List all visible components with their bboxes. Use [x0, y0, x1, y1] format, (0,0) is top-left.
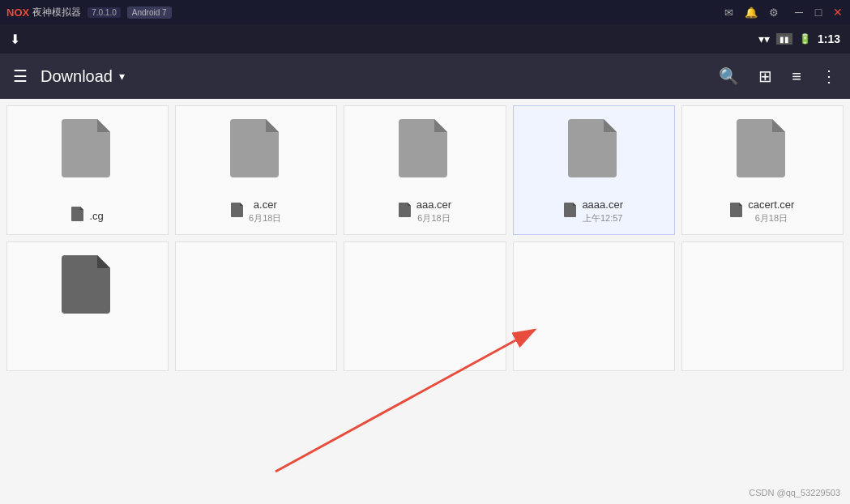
- file-date-aaaa: 上午12:57: [582, 212, 623, 224]
- email-icon[interactable]: ✉: [724, 6, 733, 19]
- file-card-empty-4: [681, 241, 844, 371]
- file-icon-large-cg: [62, 119, 113, 190]
- file-date-acer: 6月18日: [249, 212, 281, 224]
- battery-icon: 🔋: [799, 33, 811, 45]
- file-icon-small-aaacer: [399, 203, 412, 220]
- file-info-aaacer: aaa.cer 6月18日: [351, 199, 498, 224]
- file-icon-small-acer: [231, 203, 244, 220]
- folder-title-wrap: Download ▾: [41, 67, 125, 86]
- app-name: 夜神模拟器: [32, 6, 81, 19]
- statusbar-left: ⬇: [10, 32, 20, 47]
- android-badge: Android 7: [127, 6, 172, 19]
- file-card-acer[interactable]: a.cer 6月18日: [175, 105, 337, 235]
- gear-icon[interactable]: ⚙: [769, 6, 779, 19]
- file-icon-small-aaaa: [564, 203, 577, 220]
- hamburger-icon[interactable]: ☰: [13, 66, 28, 86]
- file-card-cg[interactable]: .cg: [6, 105, 169, 235]
- file-details-aaaa: aaaa.cer 上午12:57: [582, 199, 623, 224]
- window-controls: ─ □ ✕: [793, 6, 844, 19]
- statusbar-download-icon: ⬇: [10, 32, 20, 47]
- search-icon[interactable]: 🔍: [719, 66, 739, 86]
- minimize-button[interactable]: ─: [793, 6, 805, 19]
- file-card-unknown[interactable]: [6, 241, 169, 371]
- titlebar: NOX 夜神模拟器 7.0.1.0 Android 7 ✉ 🔔 ⚙ ─ □ ✕: [0, 0, 850, 24]
- file-details-cacert: cacert.cer 6月18日: [748, 199, 794, 224]
- file-info-cg: .cg: [14, 207, 161, 224]
- toolbar-right: 🔍 ⊞ ≡ ⋮: [719, 66, 837, 86]
- file-date-cacert: 6月18日: [748, 212, 794, 224]
- file-name-cg: .cg: [89, 210, 103, 222]
- maximize-button[interactable]: □: [813, 6, 824, 19]
- signal-icon: ▮▮: [776, 33, 792, 45]
- file-name-aaacer: aaa.cer: [416, 199, 451, 211]
- file-details-cg: .cg: [89, 210, 103, 222]
- file-icon-large-unknown: [62, 255, 113, 326]
- file-icon-large-cacert: [737, 119, 788, 190]
- titlebar-right: ✉ 🔔 ⚙ ─ □ ✕: [724, 6, 844, 19]
- file-card-aaaa[interactable]: aaaa.cer 上午12:57: [513, 105, 675, 235]
- file-card-empty-2: [344, 241, 506, 371]
- file-info-aaaa: aaaa.cer 上午12:57: [520, 199, 668, 224]
- filter-icon[interactable]: ≡: [792, 67, 801, 86]
- file-card-empty-3: [513, 241, 675, 371]
- file-details-aaacer: aaa.cer 6月18日: [416, 199, 451, 224]
- file-name-acer: a.cer: [249, 199, 281, 211]
- watermark: CSDN @qq_53229503: [749, 488, 840, 498]
- titlebar-left: NOX 夜神模拟器 7.0.1.0 Android 7: [6, 6, 172, 19]
- file-icon-large-aaacer: [399, 119, 451, 190]
- statusbar: ⬇ ▾▾ ▮▮ 🔋 1:13: [0, 24, 850, 53]
- titlebar-icons: ✉ 🔔 ⚙: [724, 6, 779, 19]
- file-details-acer: a.cer 6月18日: [249, 199, 281, 224]
- file-icon-small-cacert: [730, 203, 743, 220]
- file-name-aaaa: aaaa.cer: [582, 199, 623, 211]
- file-area: .cg a.cer 6月: [0, 99, 850, 504]
- more-options-icon[interactable]: ⋮: [821, 66, 837, 86]
- app-logo: NOX 夜神模拟器: [6, 6, 81, 19]
- statusbar-right: ▾▾ ▮▮ 🔋 1:13: [758, 32, 840, 45]
- close-button[interactable]: ✕: [832, 6, 844, 19]
- logo-nox: NOX: [6, 6, 29, 19]
- bell-icon[interactable]: 🔔: [745, 6, 758, 19]
- file-card-cacert[interactable]: cacert.cer 6月18日: [681, 105, 844, 235]
- wifi-icon: ▾▾: [758, 32, 770, 45]
- file-icon-small-cg: [71, 207, 84, 224]
- file-date-aaacer: 6月18日: [416, 212, 451, 224]
- toolbar-left: ☰ Download ▾: [13, 66, 125, 86]
- file-card-aaacer[interactable]: aaa.cer 6月18日: [344, 105, 506, 235]
- file-info-acer: a.cer 6月18日: [182, 199, 330, 224]
- status-time: 1:13: [818, 32, 840, 45]
- file-card-empty-1: [175, 241, 337, 371]
- file-name-cacert: cacert.cer: [748, 199, 794, 211]
- file-grid: .cg a.cer 6月: [6, 105, 844, 371]
- folder-title: Download: [41, 67, 113, 86]
- file-icon-large-acer: [230, 119, 282, 190]
- grid-view-icon[interactable]: ⊞: [758, 66, 772, 86]
- file-icon-large-aaaa: [568, 119, 620, 190]
- version-badge: 7.0.1.0: [88, 7, 121, 18]
- file-info-cacert: cacert.cer 6月18日: [689, 199, 836, 224]
- chevron-down-icon[interactable]: ▾: [119, 70, 125, 83]
- toolbar: ☰ Download ▾ 🔍 ⊞ ≡ ⋮: [0, 53, 850, 99]
